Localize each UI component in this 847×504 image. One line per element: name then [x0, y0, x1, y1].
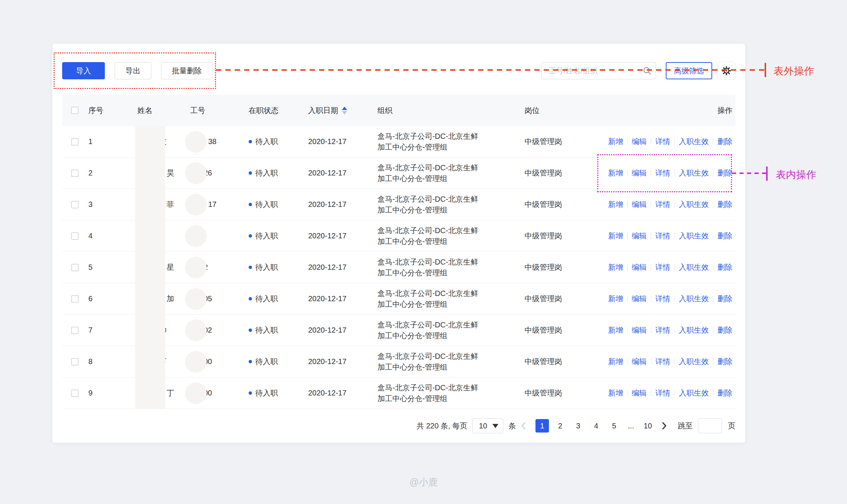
name-blur-overlay	[135, 346, 165, 378]
action-detail[interactable]: 详情	[655, 199, 670, 210]
action-edit[interactable]: 编辑	[632, 137, 647, 147]
action-add[interactable]: 新增	[608, 325, 623, 335]
action-edit[interactable]: 编辑	[632, 294, 647, 304]
page-number-3[interactable]: 3	[571, 419, 585, 433]
action-add[interactable]: 新增	[608, 294, 623, 304]
action-detail[interactable]: 详情	[655, 137, 670, 147]
action-edit[interactable]: 编辑	[632, 231, 647, 241]
action-add[interactable]: 新增	[608, 199, 623, 210]
table-row: 7 帅 02 待入职 2020-12-17 盒马-北京子公司-DC-北京生鲜 加…	[62, 315, 735, 346]
hire-date-cell: 2020-12-17	[308, 220, 377, 251]
action-hire-effective[interactable]: 入职生效	[679, 137, 709, 147]
row-checkbox[interactable]	[71, 295, 79, 303]
action-hire-effective[interactable]: 入职生效	[679, 294, 709, 304]
actions-cell: 新增编辑详情入职生效删除	[598, 158, 735, 189]
row-checkbox[interactable]	[71, 169, 79, 177]
name-cell: 丁	[137, 378, 190, 409]
page-size-unit: 条	[508, 421, 516, 431]
action-delete[interactable]: 删除	[717, 357, 732, 367]
employee-id-blur-overlay	[185, 288, 207, 310]
row-checkbox[interactable]	[71, 232, 79, 240]
action-detail[interactable]: 详情	[655, 325, 670, 335]
action-edit[interactable]: 编辑	[632, 357, 647, 367]
action-delete[interactable]: 删除	[717, 294, 732, 304]
row-checkbox[interactable]	[71, 201, 79, 208]
action-edit[interactable]: 编辑	[632, 168, 647, 178]
prev-page-button[interactable]	[520, 421, 527, 430]
action-detail[interactable]: 详情	[655, 231, 670, 241]
action-delete[interactable]: 删除	[717, 325, 732, 335]
page-number-1[interactable]: 1	[535, 419, 549, 433]
page-number-4[interactable]: 4	[589, 419, 603, 433]
action-hire-effective[interactable]: 入职生效	[679, 168, 709, 178]
header-checkbox[interactable]	[71, 107, 79, 114]
toolbar-left-actions: 导入 导出 批量删除	[62, 62, 213, 79]
action-add[interactable]: 新增	[608, 388, 623, 398]
status-cell: 待入职	[249, 378, 308, 409]
row-checkbox[interactable]	[71, 264, 79, 271]
import-button[interactable]: 导入	[62, 62, 105, 79]
page-number-2[interactable]: 2	[553, 419, 567, 433]
page-number-5[interactable]: 5	[607, 419, 621, 433]
page-size-select[interactable]: 10	[473, 418, 503, 433]
action-delete[interactable]: 删除	[717, 231, 732, 241]
organization-line1: 盒马-北京子公司-DC-北京生鲜	[377, 194, 478, 205]
action-separator	[674, 170, 675, 176]
jump-page-input[interactable]	[698, 418, 722, 433]
action-add[interactable]: 新增	[608, 262, 623, 272]
employee-id-cell: 00	[190, 346, 249, 377]
organization-line1: 盒马-北京子公司-DC-北京生鲜	[377, 288, 478, 299]
actions-cell: 新增编辑详情入职生效删除	[598, 126, 735, 157]
page-number-10[interactable]: 10	[641, 419, 655, 433]
search-input[interactable]	[541, 62, 656, 79]
next-page-button[interactable]	[661, 421, 668, 430]
table-row: 9 丁 00 待入职 2020-12-17 盒马-北京子公司-DC-北京生鲜 加…	[62, 378, 735, 409]
actions-cell: 新增编辑详情入职生效删除	[598, 189, 735, 220]
action-add[interactable]: 新增	[608, 357, 623, 367]
advanced-filter-button[interactable]: 高级筛选	[666, 62, 712, 79]
action-delete[interactable]: 删除	[717, 262, 732, 272]
export-button[interactable]: 导出	[115, 62, 151, 79]
organization-cell: 盒马-北京子公司-DC-北京生鲜 加工中心分仓-管理组	[377, 158, 525, 189]
batch-delete-button[interactable]: 批量删除	[161, 62, 213, 79]
settings-button[interactable]	[717, 62, 735, 80]
action-hire-effective[interactable]: 入职生效	[679, 325, 709, 335]
sort-control[interactable]	[342, 107, 347, 114]
action-edit[interactable]: 编辑	[632, 199, 647, 210]
action-add[interactable]: 新增	[608, 231, 623, 241]
status-text: 待入职	[255, 357, 278, 367]
action-separator	[713, 390, 713, 396]
row-checkbox[interactable]	[71, 138, 79, 146]
action-detail[interactable]: 详情	[655, 388, 670, 398]
action-edit[interactable]: 编辑	[632, 262, 647, 272]
name-cell: 帅	[137, 315, 190, 346]
action-delete[interactable]: 删除	[717, 388, 732, 398]
name-fragment: 加	[167, 294, 174, 304]
action-delete[interactable]: 删除	[717, 168, 732, 178]
action-add[interactable]: 新增	[608, 137, 623, 147]
action-delete[interactable]: 删除	[717, 199, 732, 210]
organization-cell: 盒马-北京子公司-DC-北京生鲜 加工中心分仓-管理组	[377, 189, 525, 220]
action-detail[interactable]: 详情	[655, 262, 670, 272]
action-detail[interactable]: 详情	[655, 294, 670, 304]
row-checkbox[interactable]	[71, 358, 79, 366]
action-edit[interactable]: 编辑	[632, 388, 647, 398]
search-icon[interactable]	[643, 66, 652, 75]
action-edit[interactable]: 编辑	[632, 325, 647, 335]
action-hire-effective[interactable]: 入职生效	[679, 199, 709, 210]
action-delete[interactable]: 删除	[717, 137, 732, 147]
action-hire-effective[interactable]: 入职生效	[679, 388, 709, 398]
action-hire-effective[interactable]: 入职生效	[679, 231, 709, 241]
name-blur-overlay	[135, 283, 165, 315]
action-detail[interactable]: 详情	[655, 168, 670, 178]
employee-id-fragment: 17	[208, 200, 216, 209]
row-checkbox-cell	[62, 283, 88, 314]
action-detail[interactable]: 详情	[655, 357, 670, 367]
action-add[interactable]: 新增	[608, 168, 623, 178]
action-hire-effective[interactable]: 入职生效	[679, 357, 709, 367]
table-row: 5 星 2 待入职 2020-12-17 盒马-北京子公司-DC-北京生鲜 加工…	[62, 252, 735, 283]
action-hire-effective[interactable]: 入职生效	[679, 262, 709, 272]
row-checkbox[interactable]	[71, 327, 79, 334]
row-checkbox[interactable]	[71, 390, 79, 397]
pagination-bar: 共 220 条, 每页 10 条 12345...10 跳至 页	[62, 409, 735, 443]
